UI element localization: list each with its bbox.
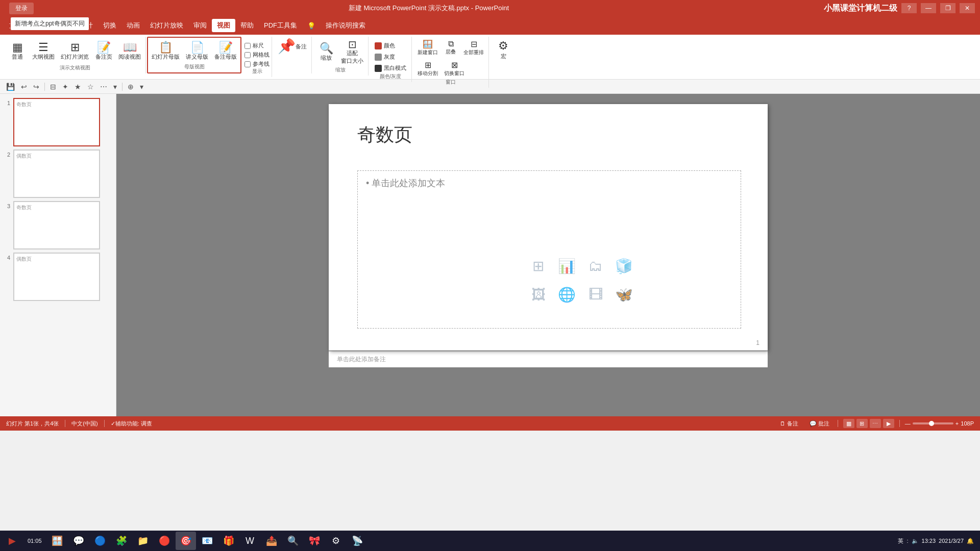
- minimize-btn[interactable]: —: [921, 3, 936, 13]
- login-button[interactable]: 登录: [9, 3, 34, 14]
- zoom-control: — + 108P: [905, 420, 974, 427]
- ribbon-btn-bw[interactable]: 黑白模式: [372, 63, 409, 73]
- ribbon-btn-fit-window[interactable]: ⊡ 适配窗口大小: [338, 38, 366, 66]
- content-icon-picture[interactable]: 🖼: [527, 283, 550, 306]
- status-comments-btn[interactable]: 💬 批注: [806, 419, 832, 429]
- notes-bar[interactable]: 单击此处添加备注: [329, 351, 768, 367]
- menu-view[interactable]: 视图: [212, 19, 235, 32]
- menu-review[interactable]: 审阅: [188, 19, 212, 32]
- close-btn[interactable]: ✕: [960, 3, 975, 13]
- slide-canvas[interactable]: 奇数页 • 单击此处添加文本 ⊞ 📊 🗂 🧊 🖼 🌐 🎞 🦋 1: [329, 104, 768, 350]
- zoom-minus[interactable]: —: [905, 420, 911, 427]
- ribbon-group-window: 🪟 新建窗口 ⧉ 层叠 ⊟ 全部重排 ⊞ 移动分割: [413, 37, 489, 88]
- switch-window-icon: ⊠: [451, 60, 458, 70]
- view-btn-reading[interactable]: ▶: [883, 419, 894, 428]
- slide-thumb-2[interactable]: 偶数页: [13, 149, 100, 198]
- taskbar-app-5[interactable]: 📁: [133, 532, 153, 550]
- slide-num-1: 1: [2, 98, 10, 106]
- view-btn-present[interactable]: ⋯: [870, 419, 881, 428]
- taskbar-app-7[interactable]: 📧: [197, 532, 217, 550]
- checkbox-gridlines[interactable]: 网格线: [244, 51, 270, 59]
- ribbon-btn-notes-toggle[interactable]: 📌 备注: [275, 38, 309, 55]
- taskbar-app-13[interactable]: ⚙: [326, 532, 346, 550]
- ribbon-btn-handout-master[interactable]: 📄 讲义母版: [183, 40, 211, 62]
- taskbar-app-12[interactable]: 🎀: [304, 532, 325, 550]
- ribbon-btn-grayscale[interactable]: 灰度: [372, 52, 409, 62]
- slide-thumb-3[interactable]: 奇数页: [13, 201, 100, 249]
- taskbar-app-10[interactable]: 📤: [261, 532, 282, 550]
- slide-bullet-text: • 单击此处添加文本: [358, 171, 741, 195]
- taskbar-notification[interactable]: 🔔: [967, 538, 974, 544]
- ribbon-btn-move-split[interactable]: ⊞ 移动分割: [415, 59, 440, 79]
- taskbar-app-9[interactable]: W: [240, 532, 260, 550]
- menu-transitions[interactable]: 切换: [98, 19, 121, 32]
- taskbar-app-11[interactable]: 🔍: [283, 532, 303, 550]
- menu-search-icon[interactable]: 💡: [302, 20, 321, 32]
- zoom-icon: 🔍: [320, 43, 333, 54]
- ribbon-btn-notes[interactable]: 📝 备注页: [92, 40, 115, 62]
- slide-icons-grid: ⊞ 📊 🗂 🧊 🖼 🌐 🎞 🦋: [527, 255, 638, 308]
- content-icon-media[interactable]: 🦋: [613, 283, 635, 306]
- taskbar-time-small: 01:05: [23, 532, 46, 550]
- tooltip-box: 新增考点之ppt奇偶页不同: [10, 17, 89, 31]
- ribbon-btn-color[interactable]: 颜色: [372, 41, 409, 51]
- taskbar-start-btn[interactable]: ▶: [2, 532, 22, 550]
- menu-slideshow[interactable]: 幻灯片放映: [145, 19, 188, 32]
- ruler-checkbox[interactable]: [244, 43, 251, 49]
- menu-search-label[interactable]: 操作说明搜索: [321, 19, 371, 32]
- menu-help[interactable]: 帮助: [235, 19, 259, 32]
- ribbon-btn-zoom[interactable]: 🔍 缩放: [315, 41, 337, 63]
- content-icon-table[interactable]: ⊞: [527, 255, 550, 277]
- slide-thumb-4[interactable]: 偶数页: [13, 253, 100, 301]
- status-left: 幻灯片 第1张，共4张 中文(中国) ✓辅助功能: 调查: [6, 420, 152, 428]
- taskbar-app-2[interactable]: 💬: [68, 532, 89, 550]
- view-btn-normal[interactable]: ▦: [843, 419, 854, 428]
- checkbox-guides[interactable]: 参考线: [244, 60, 270, 68]
- taskbar-app-4[interactable]: 🧩: [111, 532, 132, 550]
- taskbar-volume[interactable]: 🔈: [912, 538, 919, 544]
- maximize-btn[interactable]: ❐: [940, 3, 955, 13]
- ribbon-btn-reading[interactable]: 📖 阅读视图: [116, 40, 143, 62]
- content-icon-chart[interactable]: 📊: [556, 255, 578, 277]
- guides-checkbox[interactable]: [244, 61, 251, 67]
- ribbon-btn-normal[interactable]: ▦ 普通: [6, 40, 29, 62]
- ribbon-btn-slide-master[interactable]: 📋 幻灯片母版: [149, 40, 182, 62]
- zoom-slider[interactable]: [913, 422, 953, 424]
- menu-animations[interactable]: 动画: [121, 19, 145, 32]
- content-icon-online[interactable]: 🌐: [556, 283, 578, 306]
- content-icon-video[interactable]: 🎞: [584, 283, 607, 306]
- checkbox-ruler[interactable]: 标尺: [244, 42, 270, 49]
- taskbar-app-8[interactable]: 🎁: [218, 532, 239, 550]
- ribbon-btn-notes-master[interactable]: 📝 备注母版: [212, 40, 239, 62]
- status-notes-btn[interactable]: 🗒 备注: [777, 419, 801, 429]
- ribbon-btn-switch-window[interactable]: ⊠ 切换窗口: [442, 59, 467, 79]
- slide-content-box[interactable]: • 单击此处添加文本 ⊞ 📊 🗂 🧊 🖼 🌐 🎞 🦋: [357, 170, 741, 329]
- taskbar-app-3[interactable]: 🔵: [90, 532, 110, 550]
- ribbon-btn-cascade[interactable]: ⧉ 层叠: [442, 38, 460, 58]
- outline-view-icon: ☰: [38, 42, 48, 53]
- taskbar-app-6[interactable]: 🔴: [154, 532, 175, 550]
- slide-thumb-1[interactable]: 奇数页: [13, 98, 100, 146]
- window-title: 新建 Microsoft PowerPoint 演示文稿.pptx - Powe…: [34, 4, 824, 13]
- ribbon-btn-arrange-all[interactable]: ⊟ 全部重排: [461, 38, 486, 58]
- content-icon-smartart[interactable]: 🗂: [584, 255, 607, 277]
- gridlines-checkbox[interactable]: [244, 52, 251, 58]
- notes-toggle-icon: 📌: [278, 39, 296, 54]
- ribbon-btn-outline[interactable]: ☰ 大纲视图: [30, 40, 57, 62]
- menu-pdf[interactable]: PDF工具集: [259, 19, 302, 32]
- ribbon-btn-slide-browse[interactable]: ⊞ 幻灯片浏览: [58, 40, 91, 62]
- view-btn-browse[interactable]: ⊞: [856, 419, 868, 428]
- slide-3-label: 奇数页: [16, 204, 32, 211]
- slide-panel: 1 奇数页 2 偶数页 3 奇数页 4 偶数页: [0, 94, 116, 416]
- taskbar-app-powerpoint[interactable]: 🎯: [176, 532, 196, 550]
- window-controls: ? — ❐ ✕: [901, 3, 975, 13]
- ribbon-btn-new-window[interactable]: 🪟 新建窗口: [415, 38, 440, 58]
- content-icon-3d[interactable]: 🧊: [613, 255, 635, 277]
- zoom-thumb[interactable]: [929, 421, 934, 426]
- taskbar-app-1[interactable]: 🪟: [47, 532, 67, 550]
- zoom-plus[interactable]: +: [955, 420, 959, 427]
- taskbar-app-14[interactable]: 📡: [347, 532, 368, 550]
- ribbon-btn-macros[interactable]: ⚙ 宏: [492, 38, 514, 62]
- help-btn[interactable]: ?: [901, 3, 917, 13]
- ribbon-group-master: 📋 幻灯片母版 📄 讲义母版 📝 备注母版 母版视图: [147, 37, 241, 73]
